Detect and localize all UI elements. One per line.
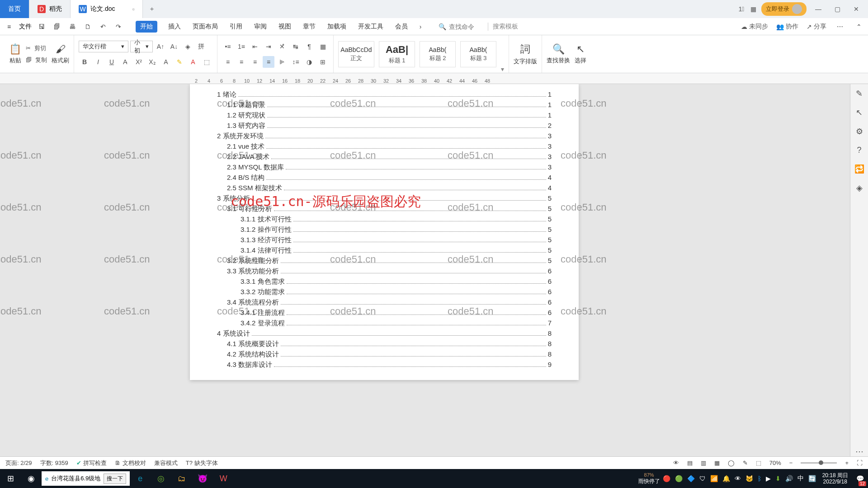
print-icon[interactable]: 🖶 bbox=[67, 21, 78, 32]
fullscreen-icon[interactable]: ⛶ bbox=[857, 460, 863, 466]
zoom-in-button[interactable]: + bbox=[845, 460, 849, 466]
menu-tab-7[interactable]: 加载项 bbox=[326, 21, 347, 33]
task-ie-icon[interactable]: e bbox=[130, 469, 151, 488]
copy-button[interactable]: 🗐复制 bbox=[26, 56, 47, 64]
font-select[interactable]: 华文行楷▾ bbox=[79, 41, 128, 52]
style-标题 2[interactable]: AaBb(标题 2 bbox=[420, 41, 456, 67]
tag-icon[interactable]: ◈ bbox=[856, 183, 863, 193]
redo-icon[interactable]: ↷ bbox=[113, 21, 124, 32]
task-explorer-icon[interactable]: 🗂 bbox=[171, 469, 192, 488]
close-button[interactable]: ✕ bbox=[849, 3, 863, 15]
menu-tab-3[interactable]: 引用 bbox=[229, 21, 243, 33]
start-button[interactable]: ⊞ bbox=[0, 469, 21, 488]
settings-slider-icon[interactable]: ⚙ bbox=[856, 127, 863, 136]
pen-icon[interactable]: ✎ bbox=[856, 89, 863, 99]
zoom-level[interactable]: 70% bbox=[769, 460, 781, 466]
missing-font[interactable]: T?缺失字体 bbox=[186, 459, 218, 467]
line-spacing-button[interactable]: ↕≡ bbox=[290, 56, 302, 68]
page-view-icon[interactable]: ▥ bbox=[701, 460, 706, 466]
zoom-slider[interactable] bbox=[801, 462, 837, 464]
coop-button[interactable]: 👥协作 bbox=[776, 23, 798, 31]
compat-mode[interactable]: 兼容模式 bbox=[154, 459, 178, 467]
find-replace-button[interactable]: 🔍查找替换 bbox=[547, 43, 570, 65]
menu-tab-9[interactable]: 会员 bbox=[394, 21, 409, 33]
spell-check-toggle[interactable]: ✔拼写检查 bbox=[76, 459, 107, 467]
task-360-icon[interactable]: ◎ bbox=[151, 469, 171, 488]
paste-button[interactable]: 📋粘贴 bbox=[9, 43, 21, 65]
tray-icon[interactable]: ▶ bbox=[766, 475, 771, 482]
align-right-button[interactable]: ≡ bbox=[249, 56, 261, 68]
translate-icon[interactable]: 🔁 bbox=[854, 164, 864, 174]
tab-daoke[interactable]: D稻壳 bbox=[29, 0, 71, 18]
tray-ime[interactable]: 中 bbox=[797, 474, 804, 483]
page-indicator[interactable]: 页面: 2/29 bbox=[5, 459, 32, 467]
task-wps-icon[interactable]: W bbox=[213, 469, 234, 488]
align-left-button[interactable]: ≡ bbox=[222, 56, 234, 68]
distribute-button[interactable]: ⫸ bbox=[276, 56, 288, 68]
sync-status[interactable]: ☁未同步 bbox=[741, 23, 768, 31]
new-tab-button[interactable]: ＋ bbox=[143, 0, 161, 18]
show-marks-button[interactable]: ¶ bbox=[303, 41, 315, 52]
select-button[interactable]: ↖选择 bbox=[575, 43, 586, 65]
tab-menu-icon[interactable]: ▫ bbox=[132, 5, 134, 13]
border-button[interactable]: ▦ bbox=[317, 41, 329, 52]
strike-button[interactable]: A̵ bbox=[119, 56, 131, 68]
text-layout-button[interactable]: 詞文字排版 bbox=[514, 42, 537, 66]
font-color-button[interactable]: A bbox=[187, 56, 199, 68]
char-border-button[interactable]: ⬚ bbox=[201, 56, 212, 68]
save-icon[interactable]: 🖫 bbox=[36, 21, 47, 32]
grow-font-button[interactable]: A↑ bbox=[155, 41, 166, 52]
undo-icon[interactable]: ↶ bbox=[98, 21, 108, 32]
increase-indent-button[interactable]: ⇥ bbox=[263, 41, 274, 52]
tab-home[interactable]: 首页 bbox=[0, 0, 29, 18]
tray-icon[interactable]: ⬇ bbox=[775, 475, 781, 482]
share-button[interactable]: ↗分享 bbox=[807, 23, 826, 31]
menu-tab-0[interactable]: 开始 bbox=[136, 21, 157, 33]
outline-view-icon[interactable]: ▦ bbox=[714, 460, 720, 466]
decrease-indent-button[interactable]: ⇤ bbox=[249, 41, 261, 52]
menu-tab-4[interactable]: 审阅 bbox=[253, 21, 268, 33]
taskbar-clock[interactable]: 20:18 周日 2022/9/18 bbox=[819, 472, 852, 485]
tab-document[interactable]: W论文.doc▫ bbox=[71, 0, 143, 18]
format-brush-button[interactable]: 🖌格式刷 bbox=[52, 43, 69, 65]
menu-tab-5[interactable]: 视图 bbox=[278, 21, 292, 33]
collapse-ribbon-icon[interactable]: ⌃ bbox=[854, 21, 864, 32]
cut-button[interactable]: ✂剪切 bbox=[26, 44, 47, 52]
cursor-icon[interactable]: ↖ bbox=[856, 108, 863, 117]
help-icon[interactable]: ? bbox=[857, 145, 861, 155]
style-正文[interactable]: AaBbCcDd正文 bbox=[338, 41, 374, 67]
word-count[interactable]: 字数: 9359 bbox=[40, 459, 68, 467]
print-preview-icon[interactable]: 🗋 bbox=[82, 21, 93, 32]
edit-mode-icon[interactable]: ✎ bbox=[743, 460, 748, 466]
taskbar-search-input[interactable] bbox=[51, 475, 101, 482]
menu-tab-1[interactable]: 插入 bbox=[167, 21, 182, 33]
more-icon[interactable]: ⋯ bbox=[855, 446, 863, 456]
menu-overflow-icon[interactable]: › bbox=[415, 21, 426, 32]
tray-bell-icon[interactable]: 🔔 bbox=[722, 475, 730, 482]
bold-button[interactable]: B bbox=[79, 56, 90, 68]
style-标题 3[interactable]: AaBb(标题 3 bbox=[460, 41, 496, 67]
menu-tab-2[interactable]: 页面布局 bbox=[192, 21, 219, 33]
command-search-input[interactable] bbox=[449, 23, 485, 30]
text-effect-button[interactable]: A bbox=[160, 56, 172, 68]
tray-icon[interactable]: 🔴 bbox=[663, 475, 670, 482]
clear-format-button[interactable]: ◈ bbox=[182, 41, 193, 52]
page-border-button[interactable]: ⊞ bbox=[317, 56, 329, 68]
save-as-icon[interactable]: 🗐 bbox=[52, 21, 62, 32]
minimize-button[interactable]: — bbox=[811, 3, 826, 15]
task-app-icon[interactable]: 😈 bbox=[192, 469, 213, 488]
phonetic-button[interactable]: 拼 bbox=[195, 41, 207, 52]
tray-sync-icon[interactable]: 🔄 bbox=[808, 475, 816, 482]
style-标题 1[interactable]: AaB|标题 1 bbox=[379, 41, 415, 67]
number-list-button[interactable]: 1≡ bbox=[236, 41, 247, 52]
web-view-icon[interactable]: ◯ bbox=[728, 460, 735, 466]
shading-button[interactable]: ◑ bbox=[303, 56, 315, 68]
eye-mode-icon[interactable]: 👁 bbox=[673, 460, 679, 466]
taskbar-search-button[interactable]: 搜一下 bbox=[104, 474, 126, 484]
highlight-button[interactable]: ✎ bbox=[174, 56, 185, 68]
tray-icon[interactable]: 🐱 bbox=[745, 475, 753, 482]
read-view-icon[interactable]: ▤ bbox=[687, 460, 693, 466]
font-size-select[interactable]: 小初▾ bbox=[130, 41, 153, 52]
italic-button[interactable]: I bbox=[92, 56, 104, 68]
file-menu[interactable]: 文件 bbox=[19, 23, 32, 31]
